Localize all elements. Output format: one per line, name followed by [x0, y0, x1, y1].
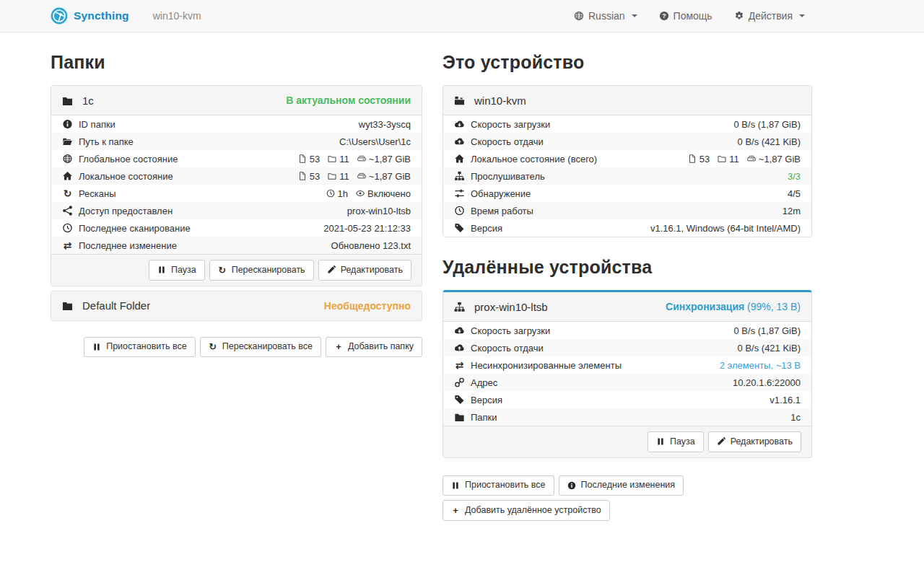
folder-o-icon: [328, 154, 336, 163]
row-label: ⇄Последнее изменение: [62, 240, 177, 251]
edit-button[interactable]: Редактировать: [318, 260, 411, 281]
device-panel-header-device-win10-kvm[interactable]: win10-kvm: [443, 86, 811, 115]
add-folder-button[interactable]: +Добавить папку: [326, 337, 422, 358]
folder-row: ID папкиwyt33-3yscq: [51, 115, 422, 133]
pause-all-devices-button[interactable]: Приостановить все: [443, 475, 554, 496]
row-value: 10.20.1.6:22000: [733, 377, 801, 388]
nav-item-language-menu[interactable]: Russian: [574, 10, 637, 22]
folder-panel-folder-1c: 1cВ актуальном состоянииID папкиwyt33-3y…: [51, 85, 422, 286]
row-value-text: wyt33-3yscq: [359, 119, 411, 130]
remote-device-panel-footer: ПаузаРедактировать: [443, 426, 811, 457]
exchange-icon: ⇄: [62, 240, 73, 250]
remote-device-panel-device-prox-win10-ltsb: prox-win10-ltsbСинхронизация (99%, 13 B)…: [443, 290, 812, 458]
syncthing-brand[interactable]: Syncthing: [51, 7, 129, 25]
row-value-part: 0 B/s (1,87 GiB): [734, 325, 801, 336]
row-value-part: 11: [718, 154, 739, 164]
row-value-text: 1h: [338, 188, 348, 199]
folder-panel-folder-default: Default FolderНеобщедоступно: [51, 291, 422, 321]
row-value-text: 2 элементы, ~13 B: [720, 360, 801, 371]
row-label: ↻Ресканы: [62, 188, 116, 199]
row-label: Прослушиватель: [454, 171, 545, 182]
pause-all-folders-button[interactable]: Приостановить все: [84, 337, 196, 358]
share-icon: [62, 206, 73, 216]
recent-changes-button[interactable]: Последние изменения: [559, 475, 684, 496]
row-value-part: 10.20.1.6:22000: [733, 377, 801, 388]
row-value-text: 0 B/s (421 KiB): [738, 343, 801, 354]
row-label: ID папки: [62, 119, 116, 130]
row-value-text: v1.16.1, Windows (64-bit Intel/AMD): [650, 223, 801, 234]
pause-button[interactable]: Пауза: [149, 260, 205, 281]
rescan-all-button[interactable]: ↻Пересканировать все: [200, 337, 321, 358]
exchange-icon: ⇄: [454, 360, 465, 370]
row-value-text: 0 B/s (421 KiB): [738, 136, 801, 147]
pause-device-button[interactable]: Пауза: [648, 431, 704, 452]
button-label: Пауза: [171, 265, 196, 276]
rescan-button[interactable]: ↻Пересканировать: [209, 260, 314, 281]
row-value-text: 10.20.1.6:22000: [733, 377, 801, 388]
button-label: Добавить удалённое устройство: [465, 505, 601, 517]
syncthing-logo-icon: [51, 7, 68, 25]
nav-item-actions-menu[interactable]: Действия: [734, 10, 805, 22]
nav-item-label: Russian: [588, 10, 625, 22]
row-value-text: 3/3: [788, 171, 801, 182]
button-label: Редактировать: [731, 436, 793, 448]
row-value-part: 4/5: [788, 188, 801, 199]
row-value: 0 B/s (421 KiB): [738, 136, 801, 147]
row-value: 5311~1,87 GiB: [298, 154, 411, 164]
remote-devices-heading: Удалённые устройства: [443, 257, 812, 278]
row-label-text: Локальное состояние: [79, 171, 173, 182]
folder-row: Путь к папкеC:\Users\User\1c: [51, 133, 422, 150]
device-row: Обнаружение4/5: [443, 185, 811, 202]
row-value: v1.16.1: [770, 395, 801, 405]
row-value-part: 2021-05-23 21:12:33: [323, 223, 411, 234]
row-label: Скорость отдачи: [454, 136, 544, 147]
cloud-down-icon: [454, 119, 465, 129]
row-value-part[interactable]: 2 элементы, ~13 B: [720, 360, 801, 371]
row-value: 5311~1,87 GiB: [298, 171, 411, 182]
svg-text:?: ?: [662, 12, 666, 19]
folder-panel-header-folder-default[interactable]: Default FolderНеобщедоступно: [51, 291, 422, 320]
row-value: 1c: [790, 412, 801, 423]
row-label-text: Папки: [471, 412, 497, 423]
remote-device-name: prox-win10-ltsb: [474, 301, 548, 313]
row-label: Версия: [454, 223, 502, 234]
row-label: Глобальное состояние: [62, 154, 178, 164]
add-remote-device-button[interactable]: +Добавить удалённое устройство: [443, 500, 610, 521]
row-value-part: ~1,87 GiB: [357, 154, 411, 164]
remote-device-row: Адрес10.20.1.6:22000: [443, 374, 811, 391]
row-label-text: Несинхронизированные элементы: [471, 360, 622, 371]
row-value: 3/3: [788, 171, 801, 182]
cloud-down-icon: [454, 325, 465, 335]
row-value: 5311~1,87 GiB: [688, 154, 801, 164]
device-row: Время работы12m: [443, 202, 811, 219]
tag-icon: [454, 395, 465, 405]
globe-icon: [574, 11, 584, 21]
gear-icon: [734, 11, 744, 21]
device-row: Версияv1.16.1, Windows (64-bit Intel/AMD…: [443, 219, 811, 237]
sliders-icon: [454, 188, 465, 198]
remote-device-status-detail: (99%, 13 B): [744, 301, 801, 312]
navbar: Syncthing win10-kvm Russian?ПомощьДейств…: [0, 0, 924, 32]
refresh-icon: ↻: [218, 265, 227, 274]
row-label: Скорость отдачи: [454, 343, 544, 354]
device-name: win10-kvm: [474, 95, 526, 107]
row-value-part: 3/3: [788, 171, 801, 182]
brand-name: Syncthing: [74, 9, 129, 22]
row-label-text: Версия: [471, 223, 502, 234]
remote-device-row: Скорость загрузки0 B/s (1,87 GiB): [443, 322, 811, 339]
row-value: 4/5: [788, 188, 801, 199]
refresh-icon: ↻: [62, 188, 73, 198]
row-value-part: ~1,87 GiB: [747, 154, 801, 164]
edit-device-button[interactable]: Редактировать: [708, 431, 801, 452]
row-value-text: prox-win10-ltsb: [347, 206, 411, 216]
device-row: Скорость отдачи0 B/s (421 KiB): [443, 133, 811, 150]
row-value-text: ~1,87 GiB: [759, 154, 801, 164]
nav-item-help[interactable]: ?Помощь: [659, 10, 712, 22]
folder-panel-header-folder-1c[interactable]: 1cВ актуальном состоянии: [51, 86, 422, 115]
device-icon: [454, 95, 465, 106]
device-row: Прослушиватель3/3: [443, 167, 811, 185]
remote-device-panel-header-device-prox-win10-ltsb[interactable]: prox-win10-ltsbСинхронизация (99%, 13 B): [443, 292, 811, 322]
row-label: Доступ предоставлен: [62, 206, 173, 216]
hdd-icon: [747, 154, 756, 163]
this-device-heading: Это устройство: [443, 52, 812, 73]
